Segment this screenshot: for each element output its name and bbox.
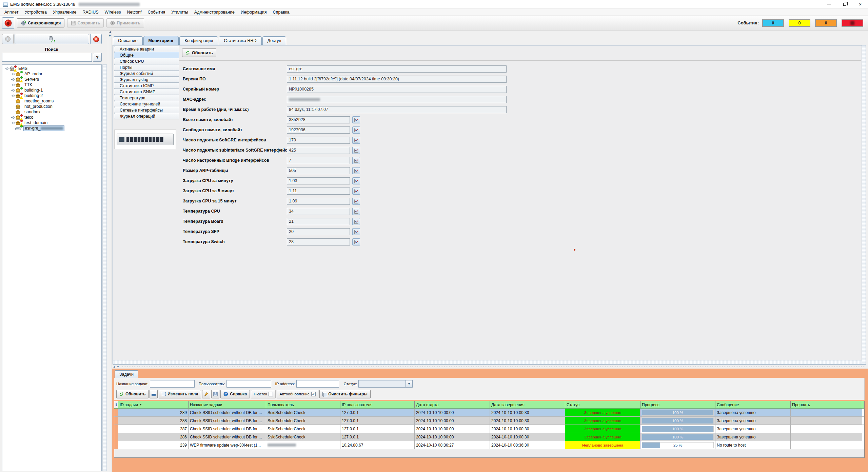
column-header-5[interactable]: Дата завершения	[490, 401, 565, 408]
history-chart-button[interactable]	[352, 218, 360, 225]
autorefresh-toggle[interactable]: Автообновление ✓	[277, 390, 318, 398]
column-header-8[interactable]: Сообщение	[715, 401, 791, 408]
column-header-9[interactable]: Прервать	[791, 401, 862, 408]
tree-item-5[interactable]: building-2	[2, 93, 101, 98]
chevron-down-icon[interactable]: ▼	[406, 380, 412, 387]
tree-item-11[interactable]: esr-gre_	[2, 125, 101, 131]
events-counter-warning[interactable]: 0	[789, 19, 810, 27]
clear-filters-button[interactable]: Очистить фильтры	[319, 390, 370, 398]
column-header-1[interactable]: Название задачи	[189, 401, 266, 408]
tab-1[interactable]: Мониторинг	[143, 36, 179, 45]
tree-item-0[interactable]: EMS	[2, 66, 101, 71]
menu-item-5[interactable]: Netconf	[124, 10, 145, 15]
cell-abort[interactable]	[791, 417, 862, 425]
menu-item-0[interactable]: Апплет	[1, 10, 21, 15]
history-chart-button[interactable]	[352, 238, 360, 245]
history-chart-button[interactable]	[352, 188, 360, 195]
monitor-menu-item-3[interactable]: Порты	[114, 64, 179, 71]
field-value[interactable]: 170	[287, 137, 350, 144]
hscroll-checkbox[interactable]	[269, 392, 273, 396]
field-value[interactable]: 3852928	[287, 116, 350, 123]
menu-item-1[interactable]: Устройства	[21, 10, 50, 15]
menu-item-9[interactable]: Информация	[238, 10, 270, 15]
history-chart-button[interactable]	[352, 198, 360, 205]
events-counter-minor[interactable]: 0	[815, 19, 837, 27]
apply-button[interactable]: Применить	[106, 18, 144, 27]
field-value[interactable]: 34	[287, 208, 350, 215]
history-chart-button[interactable]	[352, 177, 360, 184]
add-node-button[interactable]: +	[2, 34, 14, 44]
minimize-button[interactable]	[821, 0, 837, 8]
field-value[interactable]: 84 days, 11:17:07.07	[287, 106, 507, 113]
menu-item-3[interactable]: RADIUS	[79, 10, 101, 15]
history-chart-button[interactable]	[352, 228, 360, 235]
tree-scrollbar[interactable]	[102, 64, 107, 471]
tree-item-4[interactable]: building-1	[2, 87, 101, 93]
field-value[interactable]: 505	[287, 167, 350, 174]
search-input[interactable]	[2, 53, 92, 62]
tree-expander[interactable]	[10, 95, 15, 97]
tree-expander[interactable]	[10, 78, 15, 81]
field-value[interactable]: 1.03	[287, 177, 350, 184]
tree-close-button[interactable]: ✕	[90, 34, 102, 44]
task-row-239[interactable]: 239 WEP firmware update wep-30l-test (1.…	[114, 441, 864, 449]
tab-4[interactable]: Доступ	[262, 36, 287, 45]
collapse-left-icon[interactable]: ◀	[108, 31, 112, 34]
cell-abort[interactable]	[791, 425, 862, 433]
history-chart-button[interactable]	[352, 147, 360, 154]
history-chart-button[interactable]	[352, 116, 360, 123]
column-header-2[interactable]: Пользователь	[266, 401, 340, 408]
events-counter-critical[interactable]	[842, 19, 863, 27]
alarm-sound-button[interactable]	[2, 17, 14, 29]
search-help-button[interactable]: ?	[93, 53, 102, 62]
collapse-down-icon[interactable]: ▼	[117, 365, 119, 368]
monitor-menu-item-0[interactable]: Активные аварии	[114, 46, 179, 52]
maximize-button[interactable]	[837, 0, 852, 8]
field-value[interactable]: 1.11	[287, 188, 350, 195]
tree-item-9[interactable]: telco	[2, 115, 101, 120]
panel-vertical-scrollbar[interactable]	[862, 45, 866, 364]
monitor-menu-item-2[interactable]: Список CPU	[114, 58, 179, 64]
cell-abort[interactable]	[791, 409, 862, 416]
horizontal-splitter[interactable]: ▲ ▼	[112, 365, 868, 369]
tab-2[interactable]: Конфигурация	[179, 36, 218, 45]
field-value[interactable]	[287, 96, 507, 103]
collapse-right-icon[interactable]: ▶	[108, 34, 112, 37]
history-chart-button[interactable]	[352, 126, 360, 134]
monitor-menu-item-5[interactable]: Журнал syslog	[114, 76, 179, 83]
panel-horizontal-scrollbar[interactable]	[113, 360, 862, 364]
collapse-up-icon[interactable]: ▲	[113, 365, 116, 368]
tree-expander[interactable]	[10, 73, 15, 75]
tree-item-1[interactable]: AP_radar	[2, 71, 101, 77]
tree-item-10[interactable]: test_domain	[2, 120, 101, 125]
tree-item-8[interactable]: sandbox	[2, 109, 101, 115]
tree-item-3[interactable]: TTK	[2, 82, 101, 87]
monitor-menu-item-6[interactable]: Статистика ICMP	[114, 82, 179, 89]
vertical-splitter[interactable]: ◀ ▶	[108, 31, 112, 472]
field-value[interactable]: 425	[287, 147, 350, 154]
tab-3[interactable]: Статистика RRD	[219, 36, 261, 45]
edit-fields-button[interactable]: Изменить поля	[159, 390, 201, 398]
tab-tasks[interactable]: Задачи	[115, 370, 138, 378]
menu-item-7[interactable]: Утилиты	[168, 10, 191, 15]
tree-item-7[interactable]: not_production	[2, 104, 101, 109]
tasks-refresh-button[interactable]: Обновить	[116, 390, 149, 398]
field-value[interactable]: 21	[287, 218, 350, 225]
field-value[interactable]: 20	[287, 228, 350, 235]
cell-abort[interactable]	[791, 433, 862, 441]
tree-expander[interactable]	[4, 67, 8, 70]
monitor-menu-item-8[interactable]: Температура	[114, 95, 179, 101]
monitor-menu-item-9[interactable]: Состояние туннелей	[114, 101, 179, 107]
sync-button[interactable]: Синхронизация	[17, 18, 64, 27]
task-name-input[interactable]	[150, 380, 195, 388]
history-chart-button[interactable]	[352, 137, 360, 144]
task-row-286[interactable]: 286 Check SSID scheduler without DB for …	[114, 433, 864, 441]
cell-abort[interactable]	[791, 441, 862, 449]
close-button[interactable]: ×	[852, 0, 868, 8]
field-value[interactable]: esr-gre	[287, 65, 507, 73]
task-row-288[interactable]: 288 Check SSID scheduler without DB for …	[114, 417, 864, 425]
column-list-button[interactable]	[150, 390, 158, 398]
column-header-0[interactable]: ID задачи▼	[118, 401, 189, 408]
tree-expander[interactable]	[10, 116, 15, 119]
history-chart-button[interactable]	[352, 167, 360, 174]
